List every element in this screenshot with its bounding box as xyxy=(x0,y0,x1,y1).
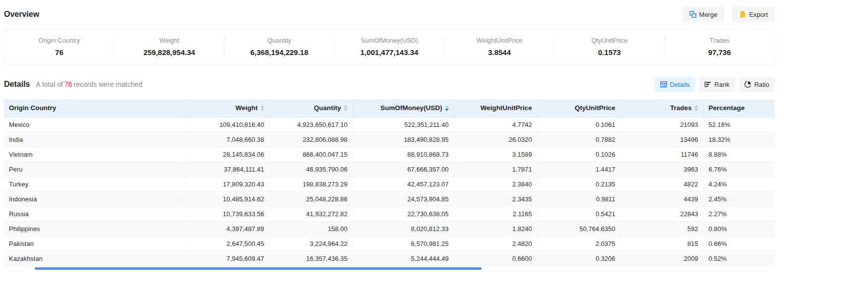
cell-weight: 7,945,609.47 xyxy=(186,251,269,266)
column-header-label: SumOfMoney(USD) xyxy=(380,104,442,112)
column-header-label: Weight xyxy=(236,104,258,112)
summary-item-trades: Trades 97,736 xyxy=(664,36,774,58)
table-row[interactable]: Pakistan2,647,500.453,224,964.226,570,98… xyxy=(4,236,775,251)
summary-value: 259,828,954.34 xyxy=(115,48,224,57)
column-header-quantity[interactable]: Quantity xyxy=(269,99,353,117)
column-header-label: Trades xyxy=(670,104,692,112)
cell-country: India xyxy=(4,132,186,147)
table-row[interactable]: Peru37,864,111.4146,935,790.0667,666,357… xyxy=(4,162,775,177)
cell-sum: 88,910,868.73 xyxy=(353,147,454,162)
sort-caret-icon[interactable] xyxy=(694,105,698,111)
table-row[interactable]: India7,048,660.38232,806,088.98183,490,8… xyxy=(4,132,775,147)
horizontal-scrollbar-thumb[interactable] xyxy=(35,267,482,270)
match-count: 76 xyxy=(64,80,72,88)
sort-caret-icon[interactable] xyxy=(260,105,264,111)
cell-quantity: 25,048,228.86 xyxy=(269,191,353,206)
cell-trades: 21093 xyxy=(620,117,703,132)
summary-label: QtyUnitPrice xyxy=(555,37,664,44)
match-summary: A total of76records were matched xyxy=(36,80,142,88)
cell-pct: 2.27% xyxy=(703,206,775,221)
export-button[interactable]: Export xyxy=(732,6,775,22)
cell-weight: 37,864,111.41 xyxy=(186,162,269,177)
cell-weight: 17,809,320.43 xyxy=(186,177,269,191)
summary-item-origin-country: Origin Country 76 xyxy=(4,36,114,58)
rank-bars-icon xyxy=(704,81,711,88)
cell-sum: 22,730,638.05 xyxy=(353,206,454,221)
cell-quantity: 46,935,790.06 xyxy=(269,162,353,177)
summary-label: Weight xyxy=(115,37,224,44)
details-table: Origin CountryWeightQuantitySumOfMoney(U… xyxy=(4,99,775,266)
tab-rank[interactable]: Rank xyxy=(699,77,735,92)
summary-item-quantity: Quantity 6,368,194,229.18 xyxy=(224,36,334,58)
cell-sum: 6,570,981.25 xyxy=(353,236,454,251)
column-header-sum[interactable]: SumOfMoney(USD) xyxy=(353,99,454,117)
details-title: Details xyxy=(4,80,30,89)
summary-label: SumOfMoney(USD) xyxy=(335,37,444,44)
top-bar: Overview Merge Export xyxy=(4,6,775,23)
cell-weight: 28,145,834.06 xyxy=(186,147,269,162)
cell-pct: 2.45% xyxy=(703,191,775,206)
cell-qup: 0.2135 xyxy=(537,177,620,191)
table-row[interactable]: Philippines4,397,487.89158.008,020,812.3… xyxy=(4,221,775,236)
tab-details[interactable]: Details xyxy=(655,77,695,92)
table-row[interactable]: Russia10,739,633.5641,932,272.8222,730,6… xyxy=(4,206,775,221)
sort-caret-icon[interactable] xyxy=(445,105,449,111)
column-header-weight[interactable]: Weight xyxy=(186,99,269,117)
pie-chart-icon xyxy=(744,81,751,88)
cell-pct: 0.66% xyxy=(703,236,775,251)
cell-qup: 0.1061 xyxy=(537,117,620,132)
summary-label: WeightUnitPrice xyxy=(444,37,554,44)
column-header-label: Quantity xyxy=(314,104,341,112)
cell-qup: 2.0375 xyxy=(537,236,620,251)
table-view-icon xyxy=(660,81,667,88)
cell-trades: 2009 xyxy=(620,251,703,266)
tab-ratio[interactable]: Ratio xyxy=(739,77,775,92)
cell-wup: 2.3435 xyxy=(454,191,537,206)
column-header-label: QtyUnitPrice xyxy=(575,104,616,112)
summary-item-weight: Weight 259,828,954.34 xyxy=(114,36,224,58)
table-header: Origin CountryWeightQuantitySumOfMoney(U… xyxy=(4,99,775,117)
cell-weight: 7,048,660.38 xyxy=(186,132,269,147)
cell-wup: 3.1589 xyxy=(454,147,537,162)
cell-quantity: 16,357,436.35 xyxy=(269,251,353,266)
cell-qup: 50,764.6350 xyxy=(537,221,620,236)
cell-quantity: 198,838,273.29 xyxy=(269,177,353,191)
summary-value: 97,736 xyxy=(665,48,774,57)
tab-details-label: Details xyxy=(670,81,690,88)
column-header-label: WeightUnitPrice xyxy=(480,104,532,112)
details-heading: Details A total of76records were matched xyxy=(4,80,142,89)
table-row[interactable]: Vietnam28,145,834.06866,400,047.1588,910… xyxy=(4,147,775,162)
sort-caret-icon[interactable] xyxy=(344,105,348,111)
page-title: Overview xyxy=(4,10,39,19)
table-row[interactable]: Indonesia10,485,914.6225,048,228.8624,57… xyxy=(4,191,775,206)
column-header-pct: Percentage xyxy=(703,99,775,117)
column-header-trades[interactable]: Trades xyxy=(620,99,703,117)
cell-country: Mexico xyxy=(4,117,186,132)
match-prefix: A total of xyxy=(36,80,62,88)
table-row[interactable]: Turkey17,809,320.43198,838,273.2942,457,… xyxy=(4,177,775,191)
cell-wup: 2.3840 xyxy=(454,177,537,191)
cell-country: Turkey xyxy=(4,177,186,191)
table-row[interactable]: Kazakhstan7,945,609.4716,357,436.355,244… xyxy=(4,251,775,266)
column-header-country: Origin Country xyxy=(4,99,186,117)
cell-sum: 67,666,357.00 xyxy=(353,162,454,177)
summary-item-sum-of-money: SumOfMoney(USD) 1,001,477,143.34 xyxy=(334,36,444,58)
cell-pct: 0.80% xyxy=(703,221,775,236)
table-row[interactable]: Mexico109,410,816.404,923,650,617.10522,… xyxy=(4,117,775,132)
cell-country: Pakistan xyxy=(4,236,186,251)
export-button-label: Export xyxy=(749,11,768,18)
cell-quantity: 4,923,650,617.10 xyxy=(269,117,353,132)
cell-wup: 2.1165 xyxy=(454,206,537,221)
cell-trades: 13496 xyxy=(620,132,703,147)
cell-trades: 11746 xyxy=(620,147,703,162)
export-file-icon xyxy=(739,11,746,18)
cell-weight: 10,739,633.56 xyxy=(186,206,269,221)
cell-quantity: 3,224,964.22 xyxy=(269,236,353,251)
merge-button[interactable]: Merge xyxy=(682,6,725,22)
cell-qup: 0.5421 xyxy=(537,206,620,221)
cell-qup: 1.4417 xyxy=(537,162,620,177)
cell-country: Peru xyxy=(4,162,186,177)
summary-card: Origin Country 76 Weight 259,828,954.34 … xyxy=(4,29,775,64)
table-body: Mexico109,410,816.404,923,650,617.10522,… xyxy=(4,117,775,266)
summary-value: 0.1573 xyxy=(555,48,664,57)
